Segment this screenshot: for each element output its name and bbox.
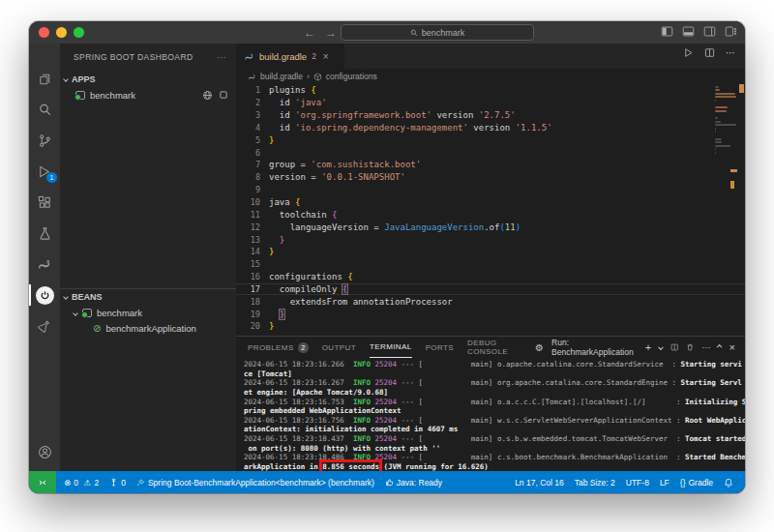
cursor-position[interactable]: Ln 17, Col 16: [515, 478, 564, 488]
code-line[interactable]: 17 compileOnly {: [236, 283, 745, 296]
code-line[interactable]: 13 }: [236, 233, 745, 246]
sidebar-more-actions[interactable]: ···: [217, 52, 226, 62]
tab-label: build.gradle: [259, 51, 307, 62]
language-mode[interactable]: {} Gradle: [680, 478, 713, 488]
history-back-icon[interactable]: ←: [304, 26, 315, 40]
minimap[interactable]: [713, 84, 738, 229]
remote-indicator[interactable]: [29, 471, 56, 493]
code-editor[interactable]: 1plugins {2 id 'java'3 id 'org.springfra…: [236, 84, 745, 336]
code-line[interactable]: 16configurations {: [236, 271, 745, 283]
apps-section-header[interactable]: APPS: [60, 71, 236, 87]
new-terminal-icon[interactable]: +: [645, 341, 651, 353]
source-control-icon[interactable]: [29, 127, 60, 154]
run-play-icon[interactable]: [683, 47, 694, 58]
ports-status[interactable]: 0: [109, 478, 126, 488]
terminal-dropdown-icon[interactable]: [658, 344, 663, 349]
code-line[interactable]: 18 extendsFrom annotationProcessor: [236, 295, 745, 308]
stop-app-icon[interactable]: [219, 90, 228, 100]
open-in-browser-globe-icon[interactable]: [202, 90, 213, 101]
code-line[interactable]: 1plugins {: [236, 84, 745, 97]
tab-output[interactable]: OUTPUT: [322, 337, 356, 358]
tab-terminal[interactable]: TERMINAL: [370, 337, 412, 358]
beans-section-header[interactable]: BEANS: [60, 288, 236, 305]
bean-parent-benchmark[interactable]: benchmark: [60, 305, 236, 321]
toggle-secondary-sidebar-icon[interactable]: [703, 25, 716, 38]
code-line[interactable]: 10java {: [236, 196, 745, 209]
terminal-output[interactable]: 2024-06-15 18:23:16.266 INFO 25204 --- […: [236, 360, 745, 472]
breadcrumb-symbol[interactable]: configurations: [326, 72, 377, 81]
eol-sequence[interactable]: LF: [660, 478, 670, 488]
testing-icon[interactable]: [29, 220, 60, 247]
terminal-line: pring embedded WebApplicationContext: [244, 406, 745, 416]
spring-boot-dashboard-icon[interactable]: [29, 281, 60, 309]
tab-ports[interactable]: PORTS: [426, 337, 454, 358]
terminal-session-label[interactable]: Run: BenchmarkApplication: [551, 338, 638, 357]
boot-app-icon: [75, 91, 85, 100]
code-line[interactable]: 8version = '0.0.1-SNAPSHOT': [236, 171, 745, 184]
chevron-down-icon: [73, 310, 78, 316]
code-line[interactable]: 20}: [236, 320, 745, 333]
debug-session-status[interactable]: Spring Boot-BenchmarkApplication<benchma…: [136, 478, 374, 488]
bean-item-benchmark-application[interactable]: ⊘ benchmarkApplication: [60, 320, 236, 337]
more-actions-icon[interactable]: ⋯: [726, 47, 735, 58]
editor-tab-bar: build.gradle 2 × ↓ ↑ ↻ ⋯: [236, 44, 745, 69]
terminal-line: 2024-06-15 18:23:16.756 INFO 25204 --- […: [244, 416, 745, 426]
search-value: benchmark: [422, 28, 465, 38]
code-line[interactable]: 6: [236, 146, 745, 159]
code-line[interactable]: 9: [236, 184, 745, 196]
code-line[interactable]: 15: [236, 258, 745, 271]
explorer-icon[interactable]: [29, 65, 60, 92]
debug-badge: 1: [46, 172, 57, 183]
code-line[interactable]: 3 id 'org.springframework.boot' version …: [236, 109, 745, 122]
tab-build-gradle[interactable]: build.gradle 2 ×: [236, 44, 344, 69]
apps-section-label: APPS: [72, 74, 96, 84]
code-line[interactable]: 2 id 'java': [236, 97, 745, 109]
history-forward-icon[interactable]: →: [325, 26, 337, 40]
maximize-panel-icon[interactable]: [717, 344, 722, 349]
customize-layout-icon[interactable]: [725, 25, 737, 38]
debug-plug-icon: [136, 478, 145, 487]
search-icon[interactable]: [29, 96, 60, 123]
tab-close-icon[interactable]: ×: [323, 51, 329, 62]
notifications-bell-icon[interactable]: [724, 478, 733, 488]
account-icon[interactable]: [29, 438, 60, 465]
tab-debug-console[interactable]: DEBUG CONSOLE: [467, 337, 521, 358]
code-line[interactable]: 19 }: [236, 308, 745, 320]
extensions-icon[interactable]: [29, 189, 60, 216]
indentation[interactable]: Tab Size: 2: [575, 478, 615, 488]
code-line[interactable]: 4 id 'io.spring.dependency-management' v…: [236, 122, 745, 134]
code-lines: 1plugins {2 id 'java'3 id 'org.springfra…: [236, 84, 745, 333]
breadcrumb-separator: ›: [307, 72, 310, 81]
close-window-button[interactable]: [39, 27, 49, 38]
panel-more-icon[interactable]: ⋯: [702, 342, 711, 352]
java-status[interactable]: Java: Ready: [385, 478, 442, 488]
split-terminal-icon[interactable]: [670, 342, 678, 352]
gradle-icon[interactable]: [29, 251, 60, 278]
zoom-window-button[interactable]: [74, 27, 84, 38]
code-line[interactable]: 5}: [236, 133, 745, 146]
tab-problems[interactable]: PROBLEMS 2: [248, 337, 309, 358]
command-search-input[interactable]: benchmark: [341, 24, 534, 41]
kill-terminal-trash-icon[interactable]: [686, 342, 694, 352]
bean-item-label: benchmarkApplication: [105, 323, 195, 334]
app-item-label: benchmark: [90, 90, 135, 101]
minimize-window-button[interactable]: [56, 27, 67, 38]
code-line[interactable]: 11 toolchain {: [236, 208, 745, 221]
spring-bean-icon: ⊘: [93, 323, 101, 334]
breadcrumb-file[interactable]: build.gradle: [260, 72, 303, 81]
toggle-panel-icon[interactable]: [682, 25, 695, 38]
java-projects-icon[interactable]: [29, 312, 60, 340]
toggle-sidebar-icon[interactable]: [661, 25, 673, 38]
problems-status[interactable]: ⊗0 ⚠2: [64, 478, 99, 488]
encoding[interactable]: UTF-8: [626, 478, 649, 488]
code-line[interactable]: 12 languageVersion = JavaLanguageVersion…: [236, 221, 745, 233]
traffic-lights: [39, 27, 84, 38]
close-panel-icon[interactable]: ×: [729, 341, 735, 353]
breadcrumb[interactable]: build.gradle › configurations: [236, 69, 745, 84]
split-editor-icon[interactable]: [704, 47, 715, 58]
code-line[interactable]: 14}: [236, 246, 745, 258]
warnings-icon: ⚠: [84, 478, 92, 488]
run-debug-icon[interactable]: 1: [29, 158, 60, 185]
app-item-benchmark[interactable]: benchmark: [60, 87, 236, 103]
code-line[interactable]: 7group = 'com.sushistack.boot': [236, 159, 745, 171]
